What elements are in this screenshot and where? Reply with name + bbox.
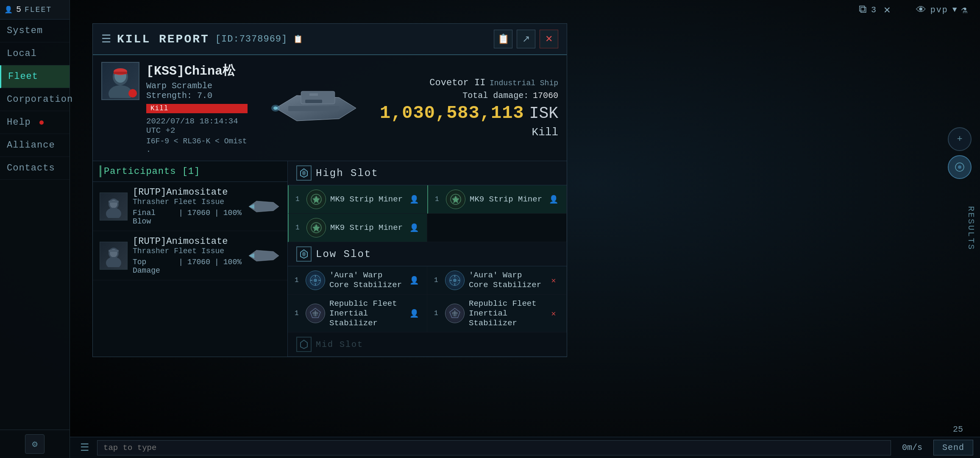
eq-action-6[interactable]: 👤 xyxy=(408,307,420,319)
sidebar-item-fleet[interactable]: Fleet xyxy=(0,65,70,88)
ship-name-row: Covetor II Industrial Ship xyxy=(429,78,558,88)
right-panel-buttons: + xyxy=(948,127,972,179)
low-slot-header: Low Slot xyxy=(288,242,567,266)
menu-icon[interactable]: ☰ xyxy=(101,32,111,46)
svg-marker-36 xyxy=(302,251,306,257)
copy-report-button[interactable]: 📋 xyxy=(494,30,512,48)
svg-point-61 xyxy=(958,165,961,169)
low-slot-title: Low Slot xyxy=(316,249,371,260)
svg-marker-25 xyxy=(302,170,306,176)
low-slot-icon xyxy=(296,246,312,262)
sidebar-item-contacts[interactable]: Contacts xyxy=(0,157,70,180)
high-slot-item-2[interactable]: 1 MK9 Strip Miner 👤 xyxy=(427,185,567,214)
svg-point-20 xyxy=(106,257,121,267)
sidebar-item-alliance[interactable]: Alliance xyxy=(0,134,70,157)
participant-percent-2: 100% xyxy=(223,258,242,275)
low-slot-item-2[interactable]: 1 'Aura' Warp Core Stabilizer xyxy=(427,266,567,295)
isk-label: ISK xyxy=(529,104,558,123)
high-slot-item-3[interactable]: 1 MK9 Strip Miner 👤 xyxy=(288,214,427,242)
svg-point-14 xyxy=(106,208,121,218)
high-slot-item-1[interactable]: 1 MK9 Strip Miner 👤 xyxy=(288,185,427,214)
sidebar-label-contacts: Contacts xyxy=(7,163,55,173)
high-slot-grid: 1 MK9 Strip Miner 👤 1 xyxy=(288,185,567,242)
low-slot-item-4[interactable]: 1 Republic Fleet Inertial Stabilizer ✕ xyxy=(427,295,567,332)
high-slot-empty xyxy=(427,214,567,242)
isk-amount: 1,030,583,113 xyxy=(380,103,524,123)
close-report-button[interactable]: ✕ xyxy=(540,30,558,48)
help-notification-dot xyxy=(39,120,44,125)
eq-name-5: 'Aura' Warp Core Stabilizer xyxy=(469,271,543,290)
eq-name-7: Republic Fleet Inertial Stabilizer xyxy=(469,299,543,328)
strip-miner-icon-1 xyxy=(306,190,326,209)
participant-stats-1: Final Blow | 17060 | 100% xyxy=(133,209,242,226)
chevron-down-icon[interactable]: ▼ xyxy=(952,6,957,14)
total-damage-label: Total damage: xyxy=(462,91,529,101)
eq-action-2[interactable]: 👤 xyxy=(548,193,560,205)
participant-item-1[interactable]: [RUTP]Animositate Thrasher Fleet Issue F… xyxy=(93,182,287,231)
panel-title: KILL REPORT xyxy=(117,33,209,46)
high-slot-icon xyxy=(296,165,312,181)
topbar-right-controls: ⧉ 3 ✕ 👁 pvp ▼ ⚗ xyxy=(859,3,967,17)
eq-action-4[interactable]: 👤 xyxy=(408,274,420,286)
monitor-icon: ⧉ xyxy=(859,3,867,16)
eq-count-7: 1 xyxy=(434,310,441,317)
low-slot-item-3[interactable]: 1 Republic Fleet Inertial Stabilizer 👤 xyxy=(288,295,427,332)
settings-gear-button[interactable]: ⚙ xyxy=(25,434,45,454)
participant-item-2[interactable]: [RUTP]Animositate Thrasher Fleet Issue T… xyxy=(93,231,287,280)
monitor-count: 3 xyxy=(871,5,876,15)
kill-info-row: [KSS]China松 Warp Scramble Strength: 7.0 … xyxy=(93,55,567,161)
topbar-close-icon[interactable]: ✕ xyxy=(884,3,891,17)
svg-rect-21 xyxy=(109,250,119,252)
participant-info-1: [RUTP]Animositate Thrasher Fleet Issue F… xyxy=(133,187,242,226)
topbar: ⧉ 3 ✕ 👁 pvp ▼ ⚗ xyxy=(0,0,980,20)
victim-name: [KSS]China松 xyxy=(146,62,248,79)
eq-action-1[interactable]: 👤 xyxy=(408,193,420,205)
export-report-button[interactable]: ↗ xyxy=(517,30,535,48)
sidebar-item-local[interactable]: Local xyxy=(0,42,70,65)
svg-rect-8 xyxy=(305,100,322,103)
eq-delete-action-2[interactable]: ✕ xyxy=(548,307,560,319)
sidebar-bottom: ⚙ xyxy=(0,430,70,458)
chat-menu-button[interactable]: ☰ xyxy=(77,440,93,455)
eq-count-5: 1 xyxy=(434,276,441,284)
sidebar-item-system[interactable]: System xyxy=(0,20,70,42)
ship-image xyxy=(263,85,365,131)
kill-time: 2022/07/18 18:14:34 UTC +2 xyxy=(146,117,248,135)
eq-count-2: 1 xyxy=(435,195,442,203)
pvp-label: pvp xyxy=(930,5,948,15)
eq-name-4: 'Aura' Warp Core Stabilizer xyxy=(329,271,404,290)
filter-icon[interactable]: ⚗ xyxy=(961,4,967,16)
participants-header-bar xyxy=(100,165,101,177)
participant-percent-1: 100% xyxy=(223,209,242,226)
high-slot-header: High Slot xyxy=(288,161,567,185)
eq-name-3: MK9 Strip Miner xyxy=(330,223,404,233)
participant-ship-2: Thrasher Fleet Issue xyxy=(133,247,242,255)
participant-ship-image-2 xyxy=(247,247,281,264)
eq-delete-action-1[interactable]: ✕ xyxy=(548,274,560,286)
low-slot-item-1[interactable]: 1 'Aura' Warp Core Stabilizer xyxy=(288,266,427,295)
chat-bar: ☰ 0m/s Send xyxy=(70,437,980,458)
participant-ship-image-1 xyxy=(247,198,281,215)
warp-stab-icon-2 xyxy=(445,271,465,290)
main-content: Participants [1] [RUTP]Animositate Thras… xyxy=(93,161,567,357)
sidebar-item-corporation[interactable]: Corporation xyxy=(0,88,70,111)
total-damage-value: 17060 xyxy=(533,91,558,101)
eq-action-3[interactable]: 👤 xyxy=(408,222,420,234)
copy-id-icon[interactable]: 📋 xyxy=(293,34,303,44)
sidebar-label-corporation: Corporation xyxy=(7,94,73,105)
send-button[interactable]: Send xyxy=(933,440,973,455)
eq-name-1: MK9 Strip Miner xyxy=(330,195,404,204)
participant-name-2: [RUTP]Animositate xyxy=(133,236,242,247)
map-round-button[interactable] xyxy=(948,155,972,179)
kill-type-label: Kill xyxy=(532,126,558,139)
isk-value-row: 1,030,583,113 ISK xyxy=(380,103,558,123)
ship-type: Industrial Ship xyxy=(490,79,558,87)
speed-display: 0m/s xyxy=(895,443,929,452)
add-round-button[interactable]: + xyxy=(948,127,972,151)
victim-details: [KSS]China松 Warp Scramble Strength: 7.0 … xyxy=(146,62,248,154)
kill-value-area: Covetor II Industrial Ship Total damage:… xyxy=(380,62,558,154)
panel-header: ☰ KILL REPORT [ID:7378969] 📋 📋 ↗ ✕ xyxy=(93,24,567,55)
sidebar-item-help[interactable]: Help xyxy=(0,111,70,134)
chat-input[interactable] xyxy=(97,440,891,455)
next-slot-icon xyxy=(296,337,312,352)
